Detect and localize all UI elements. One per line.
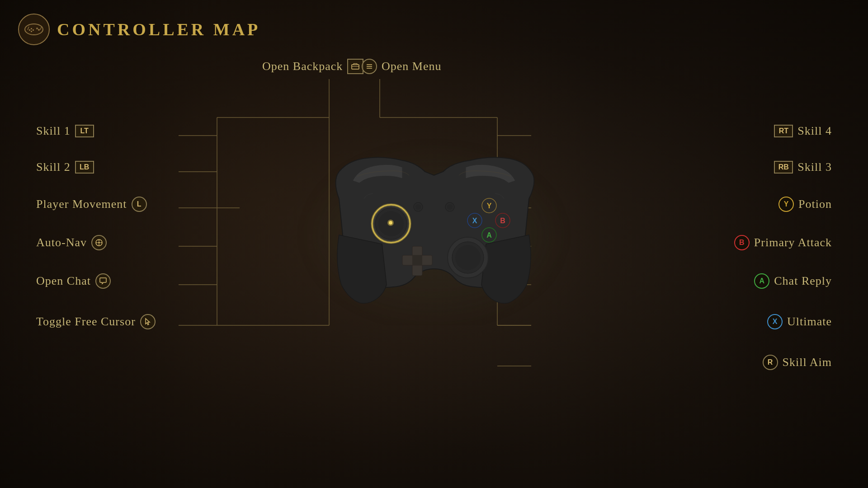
label-skill1: Skill 1 LT — [36, 124, 94, 138]
open-menu-text: Open Menu — [382, 60, 441, 73]
primary-attack-text: Primary Attack — [754, 236, 832, 249]
label-skill3: RB Skill 3 — [774, 160, 832, 174]
player-movement-badge: L — [132, 197, 147, 212]
label-open-menu: Open Menu — [362, 59, 441, 74]
label-auto-nav: Auto-Nav — [36, 235, 107, 250]
label-skill4: RT Skill 4 — [774, 124, 832, 138]
auto-nav-badge — [91, 235, 107, 250]
label-open-chat: Open Chat — [36, 273, 111, 289]
backpack-badge — [347, 59, 363, 74]
svg-point-49 — [455, 245, 481, 270]
svg-rect-26 — [31, 31, 32, 32]
label-primary-attack: B Primary Attack — [734, 235, 832, 250]
open-backpack-text: Open Backpack — [262, 60, 343, 73]
svg-point-28 — [38, 29, 40, 31]
svg-text:Y: Y — [487, 202, 492, 210]
skill-aim-text: Skill Aim — [783, 356, 832, 369]
ultimate-text: Ultimate — [787, 315, 832, 328]
svg-rect-52 — [412, 255, 422, 265]
label-ultimate: X Ultimate — [767, 314, 832, 329]
skill3-text: Skill 3 — [797, 160, 832, 174]
title-area: CONTROLLER MAP — [18, 14, 260, 45]
open-chat-text: Open Chat — [36, 274, 91, 288]
svg-point-66 — [98, 242, 100, 244]
skill2-text: Skill 2 — [36, 160, 71, 174]
label-toggle-free-cursor: Toggle Free Cursor — [36, 314, 156, 329]
skill4-badge: RT — [774, 125, 793, 137]
svg-text:A: A — [486, 231, 492, 239]
label-open-backpack: Open Backpack — [262, 59, 363, 74]
skill2-badge: LB — [75, 161, 94, 174]
label-chat-reply: A Chat Reply — [754, 273, 832, 289]
title-icon — [18, 14, 50, 45]
page-title: CONTROLLER MAP — [57, 19, 260, 39]
skill-aim-badge: R — [763, 355, 778, 370]
label-skill2: Skill 2 LB — [36, 160, 94, 174]
svg-point-46 — [387, 220, 394, 226]
svg-rect-23 — [31, 28, 32, 29]
toggle-free-cursor-badge — [140, 314, 156, 329]
svg-rect-31 — [352, 65, 359, 69]
svg-text:B: B — [500, 217, 505, 225]
potion-text: Potion — [798, 197, 832, 211]
auto-nav-text: Auto-Nav — [36, 236, 87, 249]
skill4-text: Skill 4 — [797, 124, 832, 138]
label-potion: Y Potion — [778, 197, 832, 212]
svg-point-63 — [415, 204, 421, 210]
svg-point-27 — [36, 28, 38, 29]
potion-badge: Y — [778, 197, 794, 212]
skill3-badge: RB — [774, 161, 793, 174]
toggle-free-cursor-text: Toggle Free Cursor — [36, 315, 136, 328]
svg-text:X: X — [472, 217, 477, 225]
menu-badge — [362, 59, 377, 74]
chat-reply-badge: A — [754, 273, 769, 289]
controller-graphic: Y B A X — [294, 108, 574, 325]
label-player-movement: Player Movement L — [36, 197, 147, 212]
chat-reply-text: Chat Reply — [774, 274, 832, 288]
label-skill-aim: R Skill Aim — [763, 355, 832, 370]
svg-rect-25 — [33, 29, 34, 31]
svg-point-64 — [447, 204, 453, 210]
player-movement-text: Player Movement — [36, 197, 127, 211]
open-chat-badge — [95, 273, 111, 289]
skill1-badge: LT — [75, 125, 94, 137]
skill1-text: Skill 1 — [36, 124, 71, 138]
ultimate-badge: X — [767, 314, 783, 329]
primary-attack-badge: B — [734, 235, 750, 250]
svg-rect-24 — [29, 29, 30, 31]
